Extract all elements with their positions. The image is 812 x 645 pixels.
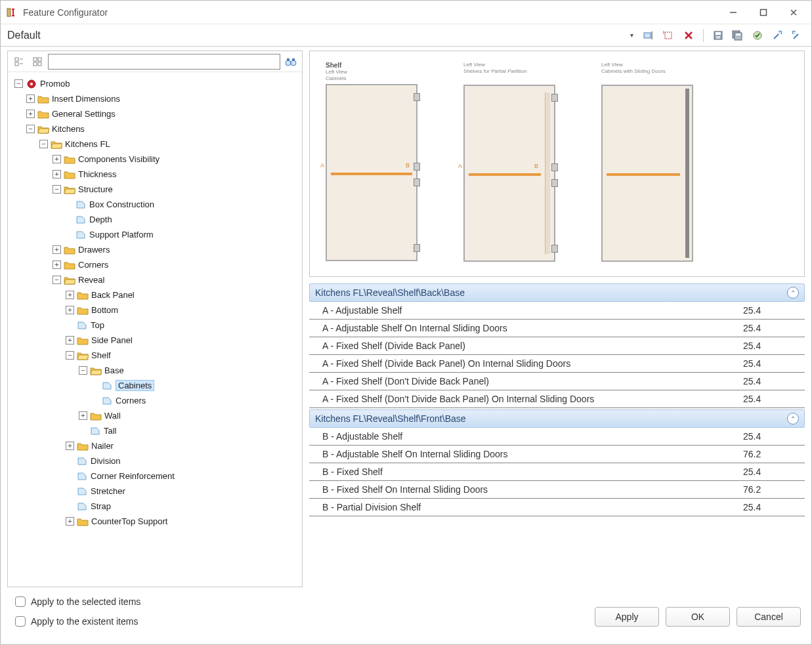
app-icon	[6, 7, 18, 18]
svg-point-30	[291, 60, 296, 66]
property-label: A - Adjustable Shelf	[322, 305, 740, 316]
group-title: Kitchens FL\Reveal\Shelf\Back\Base	[315, 287, 787, 298]
save-icon[interactable]	[710, 28, 726, 43]
tree[interactable]: − Promob +Insert Dimensions +General Set…	[8, 72, 302, 587]
preview-card: Shelf Left View Cabinets AB	[326, 62, 444, 266]
group-header[interactable]: Kitchens FL\Reveal\Shelf\Front\Base⌃	[309, 409, 805, 428]
tree-node[interactable]: +Corners	[11, 257, 301, 272]
maximize-button[interactable]	[748, 3, 779, 22]
property-row[interactable]: A - Fixed Shelf (Don't Divide Back Panel…	[309, 373, 805, 390]
import-icon[interactable]	[769, 28, 785, 43]
property-row[interactable]: B - Adjustable Shelf On Internal Sliding…	[309, 446, 805, 463]
profile-name: Default	[7, 30, 41, 41]
tree-leaf[interactable]: Top	[11, 318, 301, 333]
tree-node-structure[interactable]: −Structure	[11, 182, 301, 197]
tree-leaf[interactable]: Corner Reinforcement	[11, 468, 301, 484]
save-all-icon[interactable]	[730, 28, 746, 43]
new-profile-icon[interactable]: I	[661, 28, 677, 43]
tree-node[interactable]: +Thickness	[11, 167, 301, 182]
property-value[interactable]: 25.4	[740, 305, 805, 316]
svg-rect-26	[38, 58, 41, 61]
tree-node-reveal[interactable]: −Reveal	[11, 272, 301, 287]
svg-point-34	[30, 83, 33, 85]
tree-node[interactable]: +General Settings	[11, 106, 301, 121]
property-row[interactable]: B - Partial Division Shelf25.4	[309, 499, 805, 516]
property-row[interactable]: A - Adjustable Shelf25.4	[309, 302, 805, 320]
property-value[interactable]: 25.4	[740, 431, 805, 442]
group-title: Kitchens FL\Reveal\Shelf\Front\Base	[315, 413, 787, 424]
property-label: A - Fixed Shelf (Divide Back Panel) On I…	[322, 358, 740, 369]
export-icon[interactable]	[789, 28, 805, 43]
cabinet-diagram: AB	[463, 85, 555, 262]
property-value[interactable]: 25.4	[740, 376, 805, 386]
tree-leaf[interactable]: Support Platform	[11, 227, 301, 242]
tree-leaf-cabinets[interactable]: Cabinets	[11, 378, 301, 393]
tree-panel: − Promob +Insert Dimensions +General Set…	[7, 51, 303, 587]
collapse-icon[interactable]: ⌃	[787, 413, 799, 425]
tree-node[interactable]: +Bottom	[11, 302, 301, 318]
svg-rect-25	[33, 58, 37, 61]
tree-node[interactable]: +Insert Dimensions	[11, 91, 301, 106]
tree-node[interactable]: +Side Panel	[11, 333, 301, 348]
property-value[interactable]: 25.4	[740, 323, 805, 333]
property-value[interactable]: 25.4	[740, 502, 805, 512]
tree-node-root[interactable]: − Promob	[11, 76, 301, 91]
profile-dropdown[interactable]: ▾	[626, 31, 637, 39]
tree-node-kitchens-fl[interactable]: −Kitchens FL	[11, 136, 301, 152]
apply-button[interactable]: Apply	[595, 607, 659, 627]
property-label: A - Fixed Shelf (Don't Divide Back Panel…	[322, 376, 740, 386]
rename-icon[interactable]	[641, 28, 657, 43]
property-value[interactable]: 25.4	[740, 341, 805, 351]
tree-node-kitchens[interactable]: −Kitchens	[11, 121, 301, 136]
checkbox-apply-existent[interactable]: Apply to the existent items	[15, 616, 140, 627]
collapse-icon[interactable]: ⌃	[787, 287, 799, 299]
close-button[interactable]	[779, 3, 809, 22]
delete-icon[interactable]	[681, 28, 696, 43]
property-row[interactable]: A - Adjustable Shelf On Internal Sliding…	[309, 320, 805, 337]
property-row[interactable]: A - Fixed Shelf (Divide Back Panel)25.4	[309, 337, 805, 355]
svg-rect-0	[7, 9, 11, 16]
svg-rect-28	[38, 62, 41, 66]
property-row[interactable]: A - Fixed Shelf (Don't Divide Back Panel…	[309, 390, 805, 408]
tree-node[interactable]: +Back Panel	[11, 287, 301, 302]
property-value[interactable]: 25.4	[740, 358, 805, 369]
property-value[interactable]: 76.2	[740, 484, 805, 495]
tree-node[interactable]: +Nailer	[11, 438, 301, 453]
property-label: A - Adjustable Shelf On Internal Sliding…	[322, 323, 740, 333]
property-row[interactable]: A - Fixed Shelf (Divide Back Panel) On I…	[309, 355, 805, 373]
tree-leaf[interactable]: Strap	[11, 499, 301, 514]
svg-rect-8	[665, 32, 672, 39]
apply-icon[interactable]	[750, 28, 765, 43]
tree-node[interactable]: +Drawers	[11, 242, 301, 257]
tree-node[interactable]: +CounterTop Support	[11, 514, 301, 529]
cancel-button[interactable]: Cancel	[737, 607, 801, 627]
tree-node[interactable]: +Components Visibility	[11, 152, 301, 167]
svg-rect-14	[716, 36, 720, 39]
tree-node[interactable]: +Wall	[11, 408, 301, 423]
tree-leaf[interactable]: Stretcher	[11, 484, 301, 499]
tree-leaf[interactable]: Tall	[11, 423, 301, 438]
ok-button[interactable]: OK	[666, 607, 730, 627]
expand-all-icon[interactable]	[11, 54, 27, 70]
group-header[interactable]: Kitchens FL\Reveal\Shelf\Back\Base⌃	[309, 283, 805, 302]
collapse-all-icon[interactable]	[30, 54, 45, 70]
property-row[interactable]: B - Fixed Shelf25.4	[309, 463, 805, 481]
svg-rect-22	[15, 62, 18, 66]
preview-pane: Shelf Left View Cabinets AB Left View Sh…	[309, 51, 805, 277]
tree-leaf[interactable]: Box Construction	[11, 197, 301, 212]
property-row[interactable]: B - Fixed Shelf On Internal Sliding Door…	[309, 481, 805, 499]
minimize-button[interactable]	[718, 3, 748, 22]
cabinet-diagram: AB	[326, 84, 417, 261]
tree-leaf[interactable]: Depth	[11, 212, 301, 227]
property-row[interactable]: B - Adjustable Shelf25.4	[309, 428, 805, 446]
property-value[interactable]: 76.2	[740, 449, 805, 459]
tree-node-shelf[interactable]: −Shelf	[11, 348, 301, 363]
property-value[interactable]: 25.4	[740, 467, 805, 477]
binoculars-icon[interactable]	[283, 54, 299, 70]
tree-leaf[interactable]: Corners	[11, 393, 301, 408]
checkbox-apply-selected[interactable]: Apply to the selected items	[15, 596, 140, 607]
tree-leaf[interactable]: Division	[11, 453, 301, 468]
tree-node-base[interactable]: −Base	[11, 363, 301, 378]
property-value[interactable]: 25.4	[740, 394, 805, 404]
search-input[interactable]	[48, 54, 280, 70]
